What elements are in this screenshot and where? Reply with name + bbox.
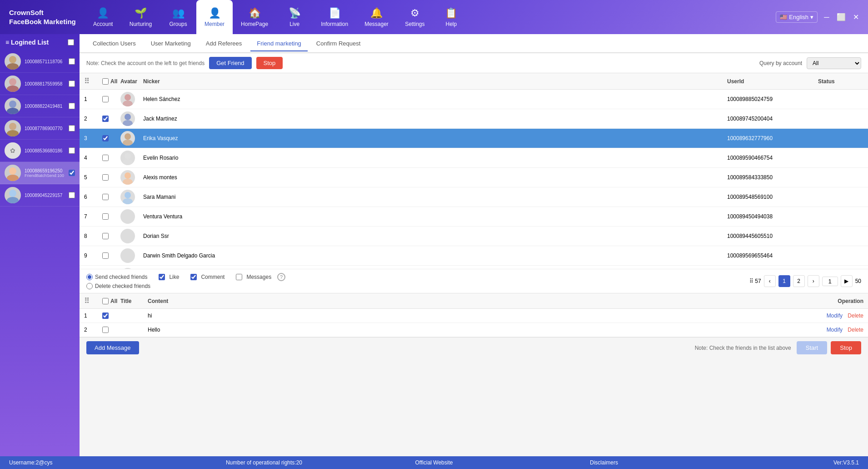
sidebar-checkbox-2[interactable] [69, 103, 75, 109]
row-checkbox[interactable] [102, 252, 109, 259]
msg-row-num: 2 [84, 327, 102, 333]
status-official[interactable]: Official Website [349, 459, 519, 466]
query-select[interactable]: All [807, 57, 861, 69]
radio-delete[interactable] [86, 283, 93, 289]
modify-link[interactable]: Modify [827, 327, 843, 333]
tab-help[interactable]: 📋 Help [433, 0, 469, 34]
msg-row-checkbox[interactable] [102, 327, 109, 333]
table-row[interactable]: 8 Dorian Ssr 100089445605510 [80, 227, 868, 246]
avatar-5 [5, 165, 21, 181]
start-button[interactable]: Start [797, 341, 827, 354]
help-icon[interactable]: ? [277, 273, 285, 281]
language-selector[interactable]: 🇺🇸 English ▾ [776, 11, 818, 23]
table-row[interactable]: 9 Darwin Smith Delgado Garcia 1000895696… [80, 246, 868, 266]
row-checkbox[interactable] [102, 155, 109, 161]
row-checkbox[interactable] [102, 116, 109, 122]
option-send[interactable]: Send checked friends Like Comment Messag… [86, 273, 285, 281]
sidebar-item-3[interactable]: 100087786900770 [0, 117, 80, 140]
table-row[interactable]: 4 Evelin Rosario 100089590466754 [80, 148, 868, 168]
maximize-button[interactable]: ⬜ [836, 12, 847, 23]
sidebar-item-6[interactable]: 100089045229157 [0, 184, 80, 207]
page-2-button[interactable]: 2 [793, 275, 805, 287]
col-status: Status [818, 78, 863, 85]
delete-link[interactable]: Delete [848, 327, 863, 333]
subtab-collection[interactable]: Collection Users [86, 36, 142, 51]
subtab-confirm-request[interactable]: Confirm Request [310, 36, 367, 51]
tab-live[interactable]: 📡 Live [276, 0, 313, 34]
row-checkbox[interactable] [102, 96, 109, 102]
row-checkbox[interactable] [102, 213, 109, 220]
sidebar-item-5[interactable]: 100088659196250 FriendBatchSend:100 [0, 162, 80, 184]
row-checkbox[interactable] [102, 194, 109, 200]
sidebar-checkbox-1[interactable] [69, 81, 75, 87]
goto-page-input[interactable] [822, 277, 838, 286]
sidebar-checkbox-0[interactable] [69, 58, 75, 65]
tab-homepage[interactable]: 🏠 HomePage [233, 0, 276, 34]
table-row[interactable]: 7 Ventura Ventura 100089450494038 [80, 207, 868, 227]
row-checkbox[interactable] [102, 233, 109, 239]
sidebar-info-3: 100087786900770 [25, 126, 67, 131]
table-row[interactable]: 1 Helen Sánchez 100089885024759 [80, 90, 868, 109]
avatar-6 [5, 187, 21, 203]
subtab-add-referees[interactable]: Add Referees [200, 36, 249, 51]
msg-all-label: All [110, 298, 117, 304]
grid-toggle-icon[interactable]: ⠿ [84, 77, 102, 86]
add-message-button[interactable]: Add Message [86, 341, 139, 354]
next-page-button[interactable]: › [808, 275, 819, 287]
msg-grid-icon[interactable]: ⠿ [84, 297, 102, 305]
all-label: All [110, 78, 117, 85]
close-button[interactable]: ✕ [850, 12, 861, 23]
sidebar-checkbox-6[interactable] [69, 192, 75, 198]
table-row[interactable]: 2 Jack Martínez 100089745200404 [80, 109, 868, 129]
row-checkbox[interactable] [102, 174, 109, 181]
tab-member[interactable]: 👤 Member [196, 0, 233, 34]
sidebar-item-1[interactable]: 100088817559958 [0, 73, 80, 95]
checkbox-messages[interactable] [236, 274, 242, 280]
minimize-button[interactable]: ─ [821, 12, 832, 23]
msg-table-row[interactable]: 2 Hello Modify Delete [80, 323, 868, 337]
status-disclaimers[interactable]: Disclaimers [519, 459, 689, 466]
sidebar-checkbox-3[interactable] [69, 125, 75, 131]
footer-note: Note: Check the friends in the list abov… [695, 345, 791, 351]
modify-link[interactable]: Modify [827, 313, 843, 319]
msg-check-all-checkbox[interactable] [102, 298, 109, 304]
friend-table-body: 1 Helen Sánchez 100089885024759 2 Jack M… [80, 90, 868, 269]
stop-button-footer[interactable]: Stop [831, 341, 861, 354]
sidebar-item-2[interactable]: 100088822419481 [0, 95, 80, 117]
check-all-checkbox[interactable] [102, 78, 109, 85]
sub-tabs: Collection Users User Marketing Add Refe… [80, 34, 868, 53]
table-row[interactable]: 10 Sunil Baryia sunil.baryia.92 [80, 266, 868, 269]
sidebar-item-0[interactable]: 100088571118706 [0, 50, 80, 73]
sidebar-item-4[interactable]: ✿ 100088536680186 [0, 140, 80, 162]
msg-row-checkbox[interactable] [102, 313, 109, 319]
checkbox-like[interactable] [159, 274, 165, 280]
option-delete[interactable]: Delete checked friends [86, 283, 285, 289]
checkbox-comment[interactable] [190, 274, 197, 280]
subtab-user-marketing[interactable]: User Marketing [145, 36, 197, 51]
prev-page-button[interactable]: ‹ [764, 275, 776, 287]
table-row[interactable]: 6 Sara Mamani 100089548569100 [80, 187, 868, 207]
page-1-button[interactable]: 1 [778, 275, 790, 287]
sidebar-checkbox-5[interactable] [69, 170, 75, 176]
tab-settings[interactable]: ⚙ Settings [397, 0, 433, 34]
row-num: 8 [84, 233, 102, 239]
stop-button-toolbar[interactable]: Stop [256, 57, 283, 69]
row-checkbox[interactable] [102, 135, 109, 141]
get-friend-button[interactable]: Get Friend [209, 57, 251, 69]
tab-account[interactable]: 👤 Account [85, 0, 121, 34]
radio-send[interactable] [86, 274, 93, 280]
msg-table-body: 1 hi Modify Delete 2 Hello Modify Delete [80, 309, 868, 337]
tab-groups[interactable]: 👥 Groups [160, 0, 196, 34]
tab-messager[interactable]: 🔔 Messager [356, 0, 397, 34]
sidebar-checkbox-4[interactable] [69, 147, 75, 154]
tab-information[interactable]: 📄 Information [313, 0, 356, 34]
subtab-friend-marketing[interactable]: Friend marketing [250, 36, 308, 51]
table-row[interactable]: 3 Erika Vasquez 100089632777960 [80, 129, 868, 148]
table-row[interactable]: 5 Alexis montes 100089584333850 [80, 168, 868, 187]
msg-table-row[interactable]: 1 hi Modify Delete [80, 309, 868, 323]
tab-nurturing[interactable]: 🌱 Nurturing [121, 0, 160, 34]
svg-point-11 [7, 175, 19, 181]
goto-page-button[interactable]: ▶ [841, 275, 853, 287]
sidebar-select-all[interactable] [68, 39, 74, 45]
delete-link[interactable]: Delete [848, 313, 863, 319]
